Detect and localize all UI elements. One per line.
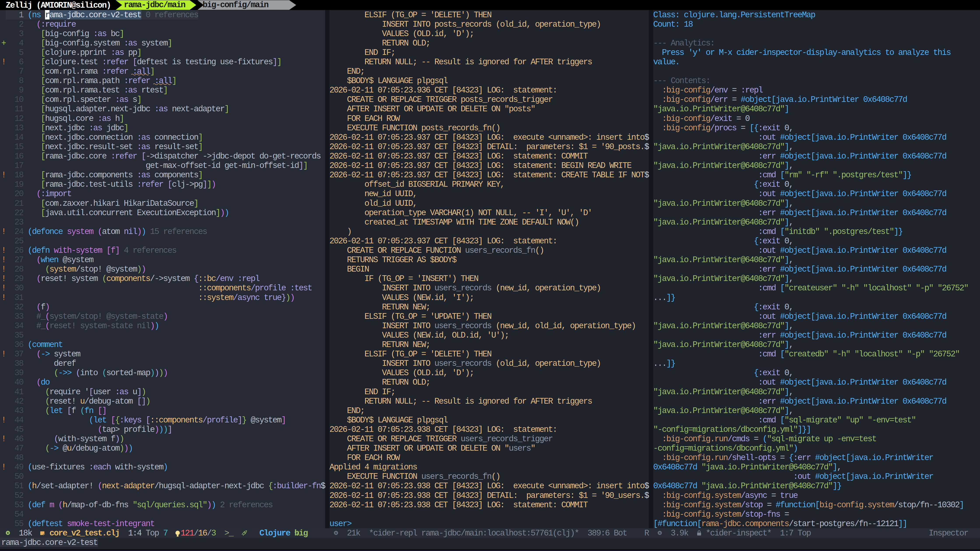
svg-text:N: N bbox=[335, 532, 337, 535]
svg-text:N: N bbox=[7, 532, 9, 535]
svg-text:N: N bbox=[659, 532, 660, 535]
